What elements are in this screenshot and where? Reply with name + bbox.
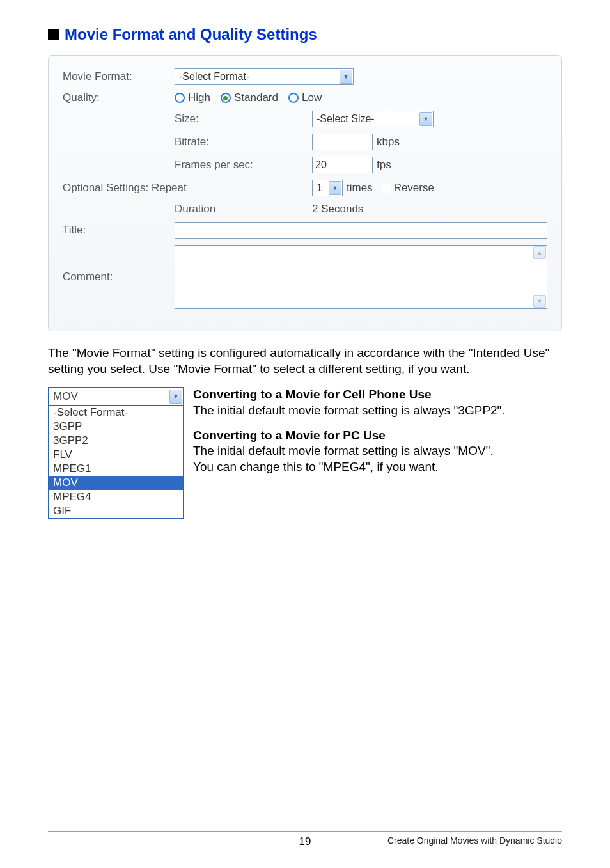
list-item[interactable]: GIF	[49, 504, 183, 518]
size-select[interactable]: -Select Size- ▼	[312, 111, 434, 127]
heading-text: Movie Format and Quality Settings	[65, 26, 317, 43]
comment-label: Comment:	[63, 271, 175, 283]
format-dropdown-selected: MOV	[49, 388, 169, 405]
bitrate-label: Bitrate:	[175, 136, 312, 148]
format-dropdown-example: MOV ▼ -Select Format- 3GPP 3GPP2 FLV MPE…	[48, 387, 184, 519]
chevron-down-icon: ▼	[419, 112, 432, 126]
chevron-down-icon: ▼	[169, 390, 182, 404]
fps-input[interactable]	[312, 157, 373, 173]
footer-text: Create Original Movies with Dynamic Stud…	[387, 835, 562, 846]
optional-settings-label: Optional Settings: Repeat	[63, 182, 175, 194]
cell-phone-text: The initial default movie format setting…	[193, 403, 562, 419]
pc-use-text1: The initial default movie format setting…	[193, 443, 562, 459]
movie-format-label: Movie Format:	[63, 70, 175, 83]
quality-standard-radio[interactable]: Standard	[221, 91, 278, 104]
fps-unit: fps	[377, 159, 391, 171]
repeat-select[interactable]: 1 ▼	[312, 180, 343, 196]
repeat-value: 1	[313, 182, 328, 194]
page-footer: 19 Create Original Movies with Dynamic S…	[48, 831, 562, 846]
comment-textarea[interactable]: ▲ ▼	[175, 245, 547, 309]
list-item[interactable]: FLV	[49, 448, 183, 462]
pc-use-text2: You can change this to "MPEG4", if you w…	[193, 459, 562, 475]
bitrate-input[interactable]	[312, 134, 373, 150]
scroll-up-icon[interactable]: ▲	[533, 246, 546, 259]
explanation-column: Converting to a Movie for Cell Phone Use…	[193, 387, 562, 475]
radio-icon	[288, 93, 299, 103]
format-dropdown-head[interactable]: MOV ▼	[49, 388, 183, 406]
reverse-label: Reverse	[394, 182, 434, 194]
size-label: Size:	[175, 113, 312, 125]
list-item[interactable]: MPEG1	[49, 462, 183, 476]
settings-panel: Movie Format: -Select Format- ▼ Quality:…	[48, 55, 562, 331]
list-item[interactable]: 3GPP	[49, 420, 183, 434]
page-number: 19	[299, 835, 311, 848]
cell-phone-heading: Converting to a Movie for Cell Phone Use	[193, 387, 562, 403]
movie-format-value: -Select Format-	[175, 71, 339, 83]
quality-label: Quality:	[63, 91, 175, 104]
title-label: Title:	[63, 224, 175, 237]
quality-low-radio[interactable]: Low	[288, 91, 322, 104]
section-heading: Movie Format and Quality Settings	[48, 26, 562, 43]
radio-icon	[175, 93, 185, 103]
pc-use-heading: Converting to a Movie for PC Use	[193, 428, 562, 444]
format-dropdown-list: -Select Format- 3GPP 3GPP2 FLV MPEG1 MOV…	[49, 406, 183, 518]
list-item[interactable]: -Select Format-	[49, 406, 183, 420]
duration-label: Duration	[175, 203, 312, 216]
bullet-square-icon	[48, 29, 59, 40]
chevron-down-icon: ▼	[340, 70, 352, 84]
size-value: -Select Size-	[313, 113, 419, 125]
chevron-down-icon: ▼	[329, 181, 341, 195]
description-paragraph: The "Movie Format" setting is configured…	[48, 345, 562, 377]
list-item[interactable]: 3GPP2	[49, 434, 183, 448]
scroll-down-icon[interactable]: ▼	[533, 295, 546, 308]
quality-radio-group: High Standard Low	[175, 91, 322, 104]
title-input[interactable]	[175, 222, 547, 239]
list-item-selected[interactable]: MOV	[49, 476, 183, 490]
quality-high-radio[interactable]: High	[175, 91, 210, 104]
movie-format-select[interactable]: -Select Format- ▼	[175, 68, 354, 85]
times-text: times	[347, 182, 373, 194]
fps-label: Frames per sec:	[175, 159, 312, 171]
duration-value: 2 Seconds	[312, 203, 363, 216]
radio-checked-icon	[221, 93, 231, 103]
reverse-checkbox[interactable]	[382, 184, 391, 193]
list-item[interactable]: MPEG4	[49, 490, 183, 504]
bitrate-unit: kbps	[377, 136, 400, 148]
